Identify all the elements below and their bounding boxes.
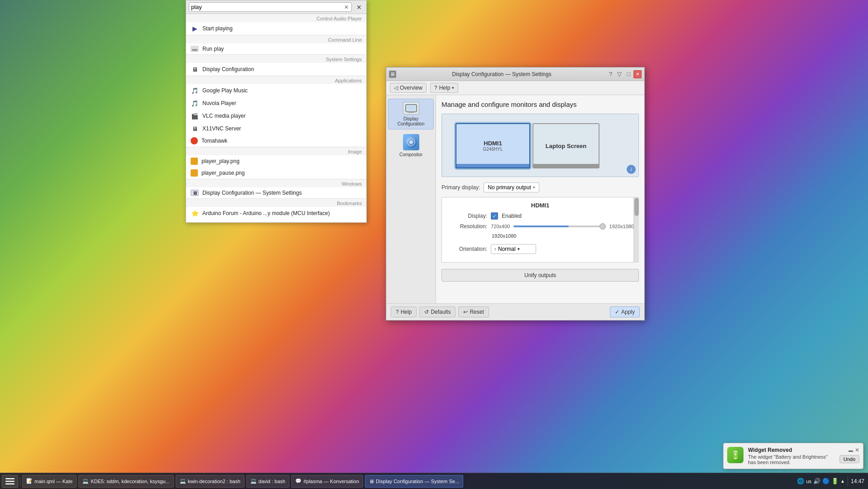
window-controls: ? ▽ □ ✕ <box>607 70 642 78</box>
search-item-vlc[interactable]: 🎬 VLC media player <box>186 110 366 122</box>
window-footer: ? Help ↺ Defaults ↩ Reset ✓ Apply <box>386 303 644 320</box>
orientation-select[interactable]: ↑ Normal ▾ <box>491 244 536 254</box>
image-icon <box>191 158 198 165</box>
overview-label: Overview <box>400 85 422 91</box>
display-enabled-checkbox[interactable]: ✓ <box>491 212 498 220</box>
taskbar-separator <box>20 477 20 486</box>
search-item-arduino-forum-1[interactable]: ⭐ Arduino Forum - Arduino ...y module (M… <box>186 207 366 220</box>
taskbar-app-display-config[interactable]: 🖥 Display Configuration — System Se... <box>365 475 463 488</box>
primary-display-select[interactable]: No primary output ▾ <box>484 182 539 192</box>
hdmi1-monitor[interactable]: HDMI1 G246HYL <box>456 123 530 168</box>
item-label: Start playing <box>202 25 362 32</box>
search-item-arduino-forum-2[interactable]: ⭐ Arduino Forum - Arduino ...y module (M… <box>186 220 366 222</box>
search-item-google-play-music[interactable]: 🎵 Google Play Music <box>186 84 366 97</box>
up-arrow-icon[interactable]: ▲ <box>840 479 845 484</box>
resolution-row: Resolution: 720x400 1920x1080 1920x1080 <box>446 223 634 240</box>
config-scrollbar[interactable] <box>633 197 639 263</box>
minimize-icon[interactable]: ▽ <box>615 70 623 78</box>
network-icon[interactable]: 🌐 <box>797 478 804 484</box>
taskbar: 📝 main.qml — Kate 💻 KDE5: sddm, kdecorat… <box>0 473 868 489</box>
defaults-icon: ↺ <box>424 309 429 315</box>
search-item-player-pause-png[interactable]: player_pause.png <box>186 167 366 179</box>
search-item-tomahawk[interactable]: Tomahawk <box>186 135 366 147</box>
kmenu-button[interactable] <box>2 475 18 488</box>
app-label: main.qml — Kate <box>34 479 72 484</box>
item-label: Display Configuration <box>202 66 362 72</box>
item-label: X11VNC Server <box>202 125 362 132</box>
slider-thumb[interactable] <box>599 223 606 230</box>
help-icon[interactable]: ? <box>607 70 614 78</box>
taskbar-app-main-qml[interactable]: 📝 main.qml — Kate <box>22 475 77 488</box>
search-item-display-config-window[interactable]: 🖥 Display Configuration — System Setting… <box>186 187 366 198</box>
chevron-down-icon: ▾ <box>518 247 520 251</box>
window-toolbar: ◁ Overview ? Help ▾ <box>386 81 644 95</box>
group-label-command-line: Command Line <box>186 35 366 43</box>
notification-close-button[interactable]: ✕ <box>855 447 859 453</box>
svg-point-5 <box>409 140 413 144</box>
resolution-label: Resolution: <box>446 223 487 230</box>
window-main-area: Manage and configure monitors and displa… <box>436 95 644 303</box>
window-content: Display Configuration <box>386 95 644 303</box>
apply-label: Apply <box>621 309 635 315</box>
taskbar-app-david-bash[interactable]: 💻 david : bash <box>246 475 289 488</box>
display-icon: 🖥 <box>191 65 199 73</box>
group-label-windows: Windows <box>186 179 366 187</box>
window-icon: 🖥 <box>389 71 396 78</box>
app-label: KDE5: sddm, kdecoration, ksysgu... <box>91 479 169 484</box>
taskbar-app-kde5[interactable]: 💻 KDE5: sddm, kdecoration, ksysgu... <box>78 475 173 488</box>
notification-minimize-button[interactable]: ▬ <box>849 448 853 453</box>
sidebar-item-display-config[interactable]: Display Configuration <box>388 99 434 129</box>
chevron-down-icon: ▾ <box>452 86 454 90</box>
sidebar-item-label: Compositor <box>399 152 422 157</box>
search-input-wrap[interactable]: ✕ <box>189 2 352 12</box>
search-item-nuvola-player[interactable]: 🎵 Nuvola Player <box>186 97 366 110</box>
group-label-applications: Applications <box>186 76 366 84</box>
taskbar-app-konversation[interactable]: 💬 #plasma — Konversation <box>291 475 363 488</box>
help-label: Help <box>439 85 451 91</box>
bookmark-icon: ⭐ <box>191 222 199 222</box>
display-config-icon <box>403 102 419 115</box>
app-icon: 💻 <box>250 478 257 484</box>
reset-button[interactable]: ↩ Reset <box>458 307 489 317</box>
notification-undo-button[interactable]: Undo <box>839 455 859 463</box>
search-close-button[interactable]: ✕ <box>355 3 364 12</box>
scrollbar-thumb <box>634 198 639 216</box>
notification-icon: 🔋 <box>727 447 743 463</box>
search-item-start-playing[interactable]: ▶ Start playing <box>186 22 366 35</box>
keyboard-layout-label[interactable]: us <box>806 479 811 484</box>
close-button[interactable]: ✕ <box>633 70 642 78</box>
item-label: Arduino Forum - Arduino ...y module (MCU… <box>202 210 362 216</box>
svg-rect-6 <box>5 478 14 479</box>
sidebar-item-compositor[interactable]: Compositor <box>388 131 434 160</box>
item-label: Nuvola Player <box>202 100 362 106</box>
search-item-x11vnc[interactable]: 🖥 X11VNC Server <box>186 122 366 135</box>
search-item-player-play-png[interactable]: player_play.png <box>186 155 366 167</box>
search-clear-button[interactable]: ✕ <box>343 4 350 10</box>
window-titlebar: 🖥 Display Configuration — System Setting… <box>386 67 644 81</box>
help-button[interactable]: ? Help ▾ <box>430 83 458 93</box>
svg-rect-8 <box>5 483 14 484</box>
taskbar-app-kwin-bash[interactable]: 💻 kwin-decoration2 : bash <box>176 475 245 488</box>
defaults-button[interactable]: ↺ Defaults <box>419 307 456 317</box>
overview-button[interactable]: ◁ Overview <box>390 83 427 93</box>
search-item-run-play[interactable]: ▬ Run play <box>186 43 366 54</box>
apply-button[interactable]: ✓ Apply <box>610 307 640 317</box>
window-icon: 🖥 <box>191 190 199 196</box>
unify-outputs-button[interactable]: Unify outputs <box>441 269 639 282</box>
volume-icon[interactable]: 🔊 <box>813 478 820 484</box>
laptop-monitor[interactable]: Laptop Screen <box>532 123 599 168</box>
maximize-icon[interactable]: □ <box>625 70 632 78</box>
resolution-max-label: 1920x1080 <box>609 224 634 229</box>
search-input[interactable] <box>191 4 343 10</box>
system-clock[interactable]: 14:47 <box>851 478 864 484</box>
resolution-slider[interactable] <box>513 225 605 227</box>
bluetooth-icon[interactable]: 🔵 <box>822 478 830 484</box>
notification-text: The widget "Battery and Brightness" has … <box>748 454 835 465</box>
taskbar-left: 📝 main.qml — Kate 💻 KDE5: sddm, kdecorat… <box>0 475 463 488</box>
display-config-window: 🖥 Display Configuration — System Setting… <box>386 67 645 321</box>
item-label: player_pause.png <box>201 170 362 176</box>
search-item-display-config[interactable]: 🖥 Display Configuration <box>186 63 366 76</box>
help-button[interactable]: ? Help <box>391 307 417 317</box>
battery-icon[interactable]: 🔋 <box>831 478 839 484</box>
monitor-info-button[interactable]: i <box>627 165 636 174</box>
